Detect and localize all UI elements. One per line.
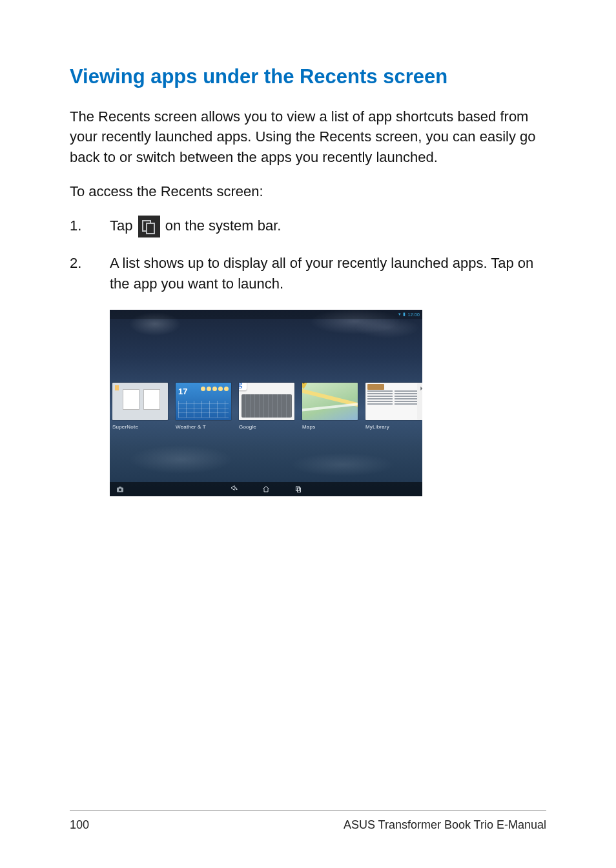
recent-thumb [365, 383, 421, 420]
battery-icon: ▮ [403, 312, 406, 317]
recent-app-weather[interactable]: 17 Weather & T [176, 383, 231, 430]
recent-label: Weather & T [176, 424, 231, 430]
step-number: 2. [70, 253, 110, 274]
camera-icon[interactable] [116, 486, 124, 492]
status-bar: ▾ ▮ 12:00 [110, 310, 422, 319]
step-2: 2. A list shows up to display all of you… [70, 253, 546, 294]
recent-label: Google [239, 424, 294, 430]
weather-mini-icons [201, 387, 229, 391]
step-body: Tap on the system bar. [110, 216, 546, 237]
step-number: 1. [70, 216, 110, 236]
keyboard-graphic [241, 394, 292, 418]
steps-list: 1. Tap on the system bar. 2. A list show… [70, 216, 546, 294]
google-logo-icon: g [239, 383, 247, 390]
nav-bar [110, 482, 422, 496]
tablet-screenshot: ▾ ▮ 12:00 SuperNote 17 Wea [110, 310, 422, 496]
recents-icon [138, 216, 160, 237]
weather-grid [178, 401, 229, 418]
page-footer: 100 ASUS Transformer Book Trio E-Manual [70, 810, 546, 832]
recent-thumb: g [239, 383, 294, 420]
step-1: 1. Tap on the system bar. [70, 216, 546, 237]
recent-label: MyLibrary [365, 424, 421, 430]
manual-title: ASUS Transformer Book Trio E-Manual [344, 818, 546, 832]
intro-paragraph: The Recents screen allows you to view a … [70, 106, 546, 167]
chevron-right-icon [418, 385, 422, 392]
wifi-icon: ▾ [398, 312, 401, 317]
recents-row: SuperNote 17 Weather & T g Google [110, 383, 422, 430]
home-button[interactable] [262, 485, 271, 493]
lead-paragraph: To access the Recents screen: [70, 181, 546, 201]
step-body: A list shows up to display all of your r… [110, 253, 546, 294]
recent-label: SuperNote [112, 424, 168, 430]
weather-temp: 17 [178, 387, 187, 396]
recent-app-google[interactable]: g Google [239, 383, 294, 430]
status-time: 12:00 [407, 312, 420, 317]
recent-app-maps[interactable]: Maps [302, 383, 358, 430]
maps-pin-icon [302, 383, 309, 390]
step-1-text-a: Tap [110, 217, 137, 234]
recent-thumb [112, 383, 168, 420]
recent-app-peek[interactable] [417, 383, 422, 420]
recent-thumb: 17 [176, 383, 231, 420]
step-1-text-b: on the system bar. [165, 217, 282, 234]
recent-app-supernote[interactable]: SuperNote [112, 383, 168, 430]
section-heading: Viewing apps under the Recents screen [70, 65, 546, 88]
back-button[interactable] [229, 485, 238, 493]
recent-app-mylibrary[interactable]: MyLibrary [365, 383, 421, 430]
page-number: 100 [70, 818, 89, 832]
screenshot-wrapper: ▾ ▮ 12:00 SuperNote 17 Wea [110, 310, 546, 496]
recent-label: Maps [302, 424, 358, 430]
recents-button[interactable] [294, 485, 303, 493]
recent-thumb [302, 383, 358, 420]
